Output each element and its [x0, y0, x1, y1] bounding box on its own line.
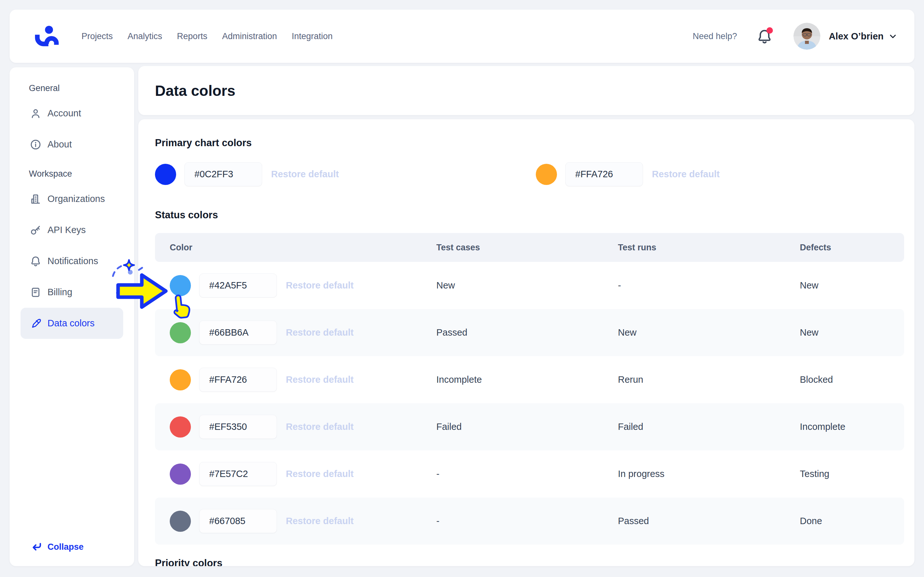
color-swatch[interactable] [170, 511, 191, 532]
column-header-color: Color [170, 243, 436, 253]
restore-default-link[interactable]: Restore default [286, 327, 354, 338]
hex-value-input[interactable] [184, 162, 262, 186]
hex-value-input[interactable] [199, 509, 277, 533]
restore-default-link[interactable]: Restore default [286, 516, 354, 526]
chevron-down-icon[interactable] [888, 31, 898, 41]
sidebar-item-label: Billing [47, 287, 72, 298]
table-row: Restore default-PassedDone [155, 498, 904, 545]
test-runs-cell: In progress [618, 469, 800, 479]
status-table-body: Restore defaultNew-NewRestore defaultPas… [155, 262, 904, 545]
user-name[interactable]: Alex O’brien [829, 31, 884, 42]
table-row: Restore defaultPassedNewNew [155, 309, 904, 356]
restore-default-link[interactable]: Restore default [286, 469, 354, 479]
table-row: Restore defaultIncompleteRerunBlocked [155, 356, 904, 403]
page-title: Data colors [155, 82, 236, 99]
status-colors-table: ColorTest casesTest runsDefects Restore … [155, 233, 904, 545]
test-runs-cell: - [618, 280, 800, 291]
primary-colors-heading: Primary chart colors [155, 137, 904, 149]
color-setting-group: Restore default [536, 162, 720, 186]
sidebar-item-label: Account [47, 108, 81, 119]
settings-sidebar: GeneralAccountAboutWorkspaceOrganization… [10, 67, 134, 566]
sidebar-section-general: GeneralAccountAbout [21, 83, 123, 160]
sidebar-item-account[interactable]: Account [21, 98, 123, 129]
defects-cell: Testing [800, 469, 889, 479]
sidebar-item-label: API Keys [47, 225, 86, 235]
hex-value-input[interactable] [199, 415, 277, 439]
sidebar-item-notifications[interactable]: Notifications [21, 245, 123, 277]
hex-value-input[interactable] [199, 321, 277, 345]
app-logo-icon[interactable] [32, 21, 61, 51]
test-cases-cell: New [436, 280, 618, 291]
test-runs-cell: Failed [618, 422, 800, 432]
color-cell: Restore default [170, 367, 436, 392]
data-colors-panel: Primary chart colors Restore defaultRest… [138, 119, 914, 566]
status-colors-heading: Status colors [155, 210, 904, 221]
nav-item-integration[interactable]: Integration [292, 31, 333, 41]
restore-default-link[interactable]: Restore default [271, 169, 339, 179]
main-nav: ProjectsAnalyticsReportsAdministrationIn… [81, 31, 333, 41]
nav-item-reports[interactable]: Reports [177, 31, 208, 41]
table-row: Restore defaultFailedFailedIncomplete [155, 403, 904, 450]
color-setting-group: Restore default [155, 162, 536, 186]
hex-value-input[interactable] [565, 162, 643, 186]
key-icon [29, 224, 42, 236]
color-swatch[interactable] [170, 369, 191, 390]
defects-cell: Done [800, 516, 889, 526]
test-runs-cell: New [618, 327, 800, 338]
sidebar-item-billing[interactable]: Billing [21, 277, 123, 308]
nav-item-administration[interactable]: Administration [222, 31, 277, 41]
test-cases-cell: Incomplete [436, 374, 618, 385]
restore-default-link[interactable]: Restore default [286, 374, 354, 385]
test-cases-cell: - [436, 516, 618, 526]
page-title-card: Data colors [138, 66, 914, 115]
nav-item-analytics[interactable]: Analytics [128, 31, 162, 41]
sidebar-sections: GeneralAccountAboutWorkspaceOrganization… [21, 83, 123, 339]
hex-value-input[interactable] [199, 462, 277, 486]
notifications-button[interactable] [757, 29, 772, 44]
sidebar-item-label: Data colors [47, 318, 95, 329]
hex-value-input[interactable] [199, 367, 277, 392]
sidebar-section-title: General [29, 83, 123, 93]
defects-cell: New [800, 280, 889, 291]
color-swatch[interactable] [170, 416, 191, 438]
status-table-header: ColorTest casesTest runsDefects [155, 233, 904, 262]
building-icon [29, 193, 42, 205]
table-row: Restore default-In progressTesting [155, 450, 904, 498]
sidebar-item-about[interactable]: About [21, 129, 123, 160]
restore-default-link[interactable]: Restore default [652, 169, 720, 179]
test-runs-cell: Rerun [618, 374, 800, 385]
table-row: Restore defaultNew-New [155, 262, 904, 309]
sidebar-item-api-keys[interactable]: API Keys [21, 214, 123, 245]
info-icon [29, 139, 42, 151]
hex-value-input[interactable] [199, 274, 277, 298]
bell-icon [29, 255, 42, 268]
sidebar-item-data-colors[interactable]: Data colors [21, 308, 123, 339]
user-icon [29, 107, 42, 119]
topbar-right: Need help? [693, 23, 898, 50]
sidebar-item-label: Notifications [47, 256, 98, 266]
priority-colors-heading: Priority colors [155, 558, 904, 566]
collapse-button[interactable]: Collapse [30, 540, 84, 553]
defects-cell: Incomplete [800, 422, 889, 432]
color-swatch[interactable] [536, 164, 557, 185]
color-swatch[interactable] [155, 164, 176, 185]
sidebar-section-workspace: WorkspaceOrganizationsAPI KeysNotificati… [21, 169, 123, 339]
restore-default-link[interactable]: Restore default [286, 422, 354, 432]
avatar[interactable] [793, 23, 821, 50]
sidebar-item-organizations[interactable]: Organizations [21, 183, 123, 214]
column-header-test-runs: Test runs [618, 243, 800, 253]
document-icon [29, 286, 42, 298]
app-root: ProjectsAnalyticsReportsAdministrationIn… [0, 0, 924, 577]
test-cases-cell: - [436, 469, 618, 479]
defects-cell: New [800, 327, 889, 338]
collapse-label: Collapse [47, 542, 84, 552]
column-header-defects: Defects [800, 243, 889, 253]
restore-default-link[interactable]: Restore default [286, 280, 354, 291]
color-swatch[interactable] [170, 464, 191, 485]
color-swatch[interactable] [170, 275, 191, 296]
need-help-link[interactable]: Need help? [693, 31, 737, 41]
color-swatch[interactable] [170, 322, 191, 343]
nav-item-projects[interactable]: Projects [81, 31, 113, 41]
sidebar-item-label: About [47, 139, 72, 150]
primary-colors-row: Restore defaultRestore default [155, 162, 904, 186]
